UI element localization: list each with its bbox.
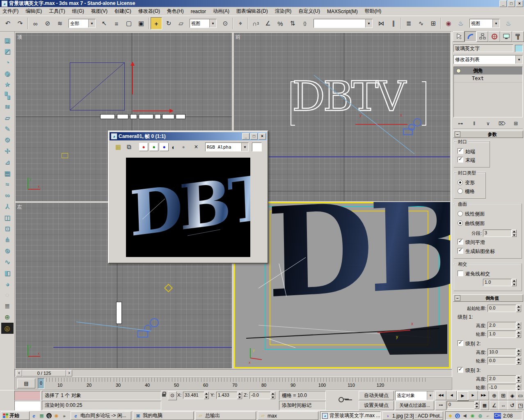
segments-spinner[interactable] — [512, 230, 517, 237]
menu-reactor[interactable]: reactor — [191, 9, 206, 14]
set-key-button[interactable]: 设置关键点 — [359, 401, 394, 410]
knife-icon[interactable]: ▱ — [1, 112, 14, 123]
clone-window-button[interactable]: ⧉ — [124, 142, 134, 152]
l1-outline-spinner[interactable] — [516, 330, 521, 338]
search-globe-icon[interactable]: ⊕ — [1, 312, 14, 323]
clear-image-button[interactable]: × — [192, 142, 201, 151]
cap-end-checkbox[interactable] — [458, 157, 463, 163]
bone-icon[interactable]: ∿ — [1, 256, 14, 267]
render-scene-button[interactable]: ♨ — [455, 17, 467, 30]
schematic-list-icon[interactable]: ≣ — [1, 301, 14, 312]
viewport-left-label[interactable]: 左 — [17, 204, 22, 211]
weathervane-icon[interactable]: ✢ — [1, 145, 14, 156]
make-unique-button[interactable]: ∨ — [483, 119, 493, 128]
grid-radio[interactable] — [458, 188, 463, 194]
task-acdsee[interactable]: ◑ 1.jpg [2:3] : ACD Phot... — [382, 411, 443, 420]
time-tag-display[interactable]: 添加时间标记 — [279, 401, 326, 410]
tab-display[interactable] — [500, 31, 512, 42]
rectangular-selection-region-button[interactable]: ▢ — [123, 17, 135, 30]
maximize-viewport-toggle[interactable]: ◳ — [517, 401, 524, 410]
menu-modifiers[interactable]: 修改器(O) — [138, 8, 160, 15]
select-by-name-button[interactable]: ≡ — [111, 17, 122, 30]
linear-sides-radio[interactable] — [458, 211, 463, 216]
quick-render-button[interactable]: ♨ — [503, 17, 514, 30]
object-color-swatch[interactable] — [515, 45, 523, 52]
window-crossing-toggle[interactable]: ▣ — [135, 17, 147, 30]
task-forum[interactable]: e 电白同乡论坛 -> 闲... — [71, 411, 131, 420]
save-image-button[interactable]: ▦ — [113, 142, 123, 152]
door-icon[interactable]: ◫ — [1, 212, 14, 223]
curve-editor-button[interactable]: ∿ — [415, 17, 427, 30]
green-channel-button[interactable]: ● — [149, 143, 158, 151]
menu-help[interactable]: 帮助(H) — [365, 8, 382, 15]
l3-height-field[interactable]: 2.0 — [487, 375, 516, 383]
time-slider-prev-button[interactable]: ‹ — [16, 370, 22, 376]
snaps-toggle[interactable]: ∩3 — [250, 17, 261, 30]
task-my-computer[interactable]: ▣ 我的电脑 — [133, 411, 194, 420]
spring-icon[interactable]: ≋ — [1, 101, 14, 112]
smooth-checkbox[interactable] — [458, 239, 463, 245]
move-gizmo[interactable] — [126, 62, 180, 115]
x-coord-field[interactable]: 33.481 — [183, 392, 204, 399]
background-color-swatch[interactable] — [252, 142, 262, 151]
volume-icon[interactable]: ◀ — [462, 413, 468, 419]
task-output-folder[interactable]: ▱ 总输出 — [195, 411, 256, 420]
previous-frame-button[interactable]: ◀ — [446, 391, 457, 400]
time-slider-track[interactable]: ‹ 0 / 125 › — [14, 369, 452, 377]
restore-button[interactable]: □ — [508, 0, 515, 7]
key-mode-toggle-button[interactable]: ⊶ — [435, 401, 446, 410]
segments-field[interactable]: 3 — [483, 230, 512, 237]
show-desktop-icon[interactable]: ▦ — [39, 413, 45, 419]
render-preset-dropdown[interactable]: 视图 ▼ — [469, 19, 500, 28]
absolute-offset-toggle[interactable]: ⊙ — [168, 391, 177, 400]
menu-customize[interactable]: 自定义(U) — [298, 8, 320, 15]
knot-icon[interactable]: ∞ — [1, 190, 14, 201]
menu-maxscript[interactable]: MAXScript(M) — [327, 9, 358, 14]
undo-button[interactable]: ↶ — [2, 17, 14, 30]
selection-lock-toggle[interactable] — [160, 392, 167, 400]
remove-modifier-button[interactable]: ⌦ — [497, 119, 507, 128]
start-button[interactable]: 开始 — [1, 411, 30, 420]
render-window-titlebar[interactable]: ◕ Camera01, 帧 0 (1:1) _ □ × — [110, 132, 267, 140]
auto-key-button[interactable]: 自动关键点 — [359, 391, 394, 400]
viewport-front-label[interactable]: 前 — [236, 34, 240, 41]
configure-sets-button[interactable]: ⊞ — [510, 119, 521, 128]
task-max-folder[interactable]: ▱ max — [258, 411, 318, 420]
z-coord-field[interactable]: -0.0 — [249, 392, 271, 399]
select-object-button[interactable]: ↖ — [98, 17, 110, 30]
l3-height-spinner[interactable] — [516, 375, 521, 383]
bevel-values-rollout-header[interactable]: − 倒角值 — [453, 294, 523, 302]
key-mode-dropdown[interactable]: 选定对象 ▼ — [395, 391, 434, 400]
key-filters-button[interactable]: 关键点过滤器... — [395, 401, 434, 410]
qq-icon[interactable]: Q — [46, 413, 52, 418]
task-3dsmax-active[interactable]: ◕ 背景玻璃英文字.max ... — [320, 411, 381, 420]
tab-create[interactable] — [453, 31, 465, 42]
time-slider-thumb[interactable]: 0 / 125 — [22, 370, 66, 376]
network-icon[interactable]: ⌐ — [485, 413, 491, 419]
track-bar[interactable]: ▤ 0 10 20 30 40 50 60 70 80 90 100 110 1… — [14, 377, 452, 390]
y-coord-spinner[interactable] — [237, 392, 242, 399]
stack-item-text[interactable]: Text — [454, 75, 522, 83]
modifier-list-dropdown[interactable]: 修改器列表 ▼ — [453, 55, 523, 64]
l1-height-spinner[interactable] — [516, 322, 521, 329]
unlink-selection-button[interactable]: ⊘ — [42, 17, 53, 30]
x-coord-spinner[interactable] — [204, 392, 209, 399]
open-mini-curve-editor-button[interactable]: ▤ — [17, 379, 35, 388]
named-selection-dropdown[interactable]: ▼ — [313, 19, 373, 28]
checker-icon[interactable]: ▚ — [1, 90, 14, 101]
mirror-button[interactable]: ⋈ — [375, 17, 387, 30]
frame-spinner[interactable] — [474, 401, 479, 409]
l2-height-spinner[interactable] — [516, 349, 521, 356]
ball-icon[interactable]: ◔ — [1, 57, 14, 68]
tab-utilities[interactable] — [512, 31, 524, 42]
viewport-top-label[interactable]: 顶 — [17, 34, 22, 41]
gear-icon[interactable]: ⚙ — [1, 134, 14, 145]
maxscript-mini-listener-pink[interactable] — [14, 391, 41, 401]
l2-outline-field[interactable]: 0.0 — [487, 357, 516, 365]
menu-animation[interactable]: 动画(A) — [213, 8, 229, 15]
tray-globe-icon[interactable]: ◍ — [477, 413, 483, 419]
bind-to-space-warp-button[interactable]: ≋ — [54, 17, 66, 30]
menu-tools[interactable]: 工具(T) — [49, 8, 65, 15]
next-frame-button[interactable]: ▶ — [468, 391, 478, 400]
select-and-rotate-button[interactable]: ↻ — [163, 17, 174, 30]
